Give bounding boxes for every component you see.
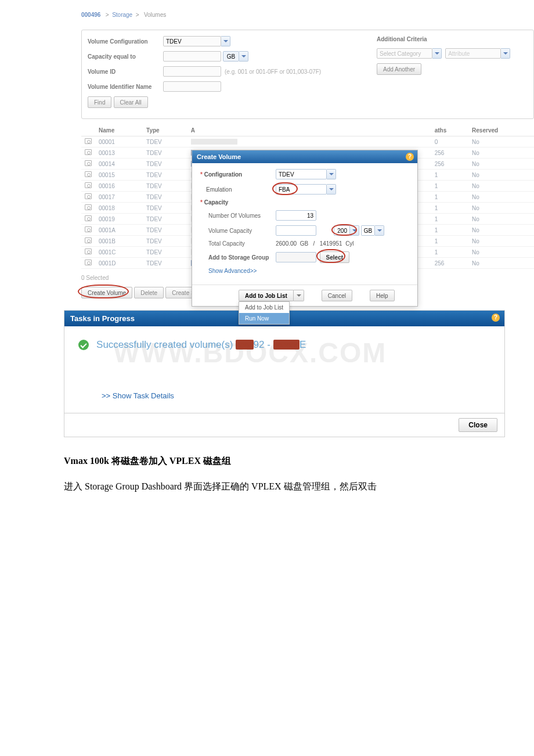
cell-reserved: No — [468, 214, 534, 225]
job-dropdown-toggle[interactable] — [294, 290, 304, 301]
cell-type: TDEV — [143, 258, 187, 269]
cell-paths: 256 — [431, 258, 468, 269]
breadcrumb-storage[interactable]: Storage — [112, 12, 132, 18]
cell-type: TDEV — [143, 147, 187, 159]
cell-name: 0001C — [95, 247, 143, 258]
breadcrumb: 000496 > Storage > Volumes — [81, 12, 534, 18]
cell-type: TDEV — [143, 225, 187, 236]
delete-button[interactable]: Delete — [134, 287, 164, 298]
disk-icon — [85, 249, 92, 254]
cell-name: 00018 — [95, 203, 143, 214]
col-paths[interactable]: aths — [431, 125, 468, 136]
vol-capacity-unit[interactable] — [361, 225, 375, 236]
cell-name: 00015 — [95, 170, 143, 181]
cell-reserved: No — [468, 136, 534, 147]
chevron-down-icon[interactable] — [221, 36, 230, 46]
vol-id-input[interactable] — [163, 66, 221, 77]
vol-capacity-input[interactable] — [276, 225, 316, 236]
add-another-button[interactable]: Add Another — [377, 63, 421, 75]
disk-icon — [85, 149, 92, 155]
disk-icon — [85, 171, 92, 177]
cell-type: TDEV — [143, 236, 187, 247]
col-reserved[interactable]: Reserved — [468, 125, 534, 136]
vol-id-label: Volume ID — [88, 69, 163, 75]
help-button[interactable]: Help — [370, 290, 395, 301]
cell-reserved: No — [468, 147, 534, 159]
success-check-icon — [78, 340, 89, 350]
vol-id-hint: (e.g. 001 or 001-0FF or 001,003-07F) — [225, 69, 321, 75]
vin-input[interactable] — [163, 81, 221, 92]
storage-group-input[interactable] — [276, 252, 316, 262]
chevron-down-icon[interactable] — [327, 184, 336, 195]
close-button[interactable]: Close — [459, 418, 497, 432]
add-to-job-list-button[interactable]: Add to Job List — [239, 290, 294, 301]
help-icon[interactable]: ? — [492, 314, 500, 322]
table-row[interactable]: 00001TDEV0No — [81, 136, 534, 147]
chevron-down-icon[interactable] — [350, 225, 359, 236]
cell-reserved: No — [468, 170, 534, 181]
dd-run-now[interactable]: Run Now — [239, 313, 289, 324]
cell-reserved: No — [468, 236, 534, 247]
vol-capacity-value[interactable] — [334, 225, 350, 236]
disk-icon — [85, 237, 92, 243]
dd-add-to-job[interactable]: Add to Job List — [239, 302, 289, 313]
col-type[interactable]: Type — [143, 125, 187, 136]
cell-reserved: No — [468, 258, 534, 269]
cell-reserved: No — [468, 203, 534, 214]
cell-mid — [246, 136, 431, 147]
chevron-down-icon[interactable] — [239, 51, 248, 62]
breadcrumb-id[interactable]: 000496 — [81, 12, 100, 18]
additional-criteria: Additional Criteria Add Another — [377, 36, 522, 75]
total-capacity-value: 2600.00 GB / 1419951 Cyl — [276, 240, 354, 247]
cancel-button[interactable]: Cancel — [322, 290, 352, 301]
cell-reserved: No — [468, 159, 534, 170]
cell-paths: 1 — [431, 203, 468, 214]
col-name[interactable]: Name — [95, 125, 143, 136]
emulation-select[interactable] — [276, 184, 327, 195]
col-alloc[interactable]: A — [187, 125, 246, 136]
cell-reserved: No — [468, 181, 534, 192]
create-volume-dialog: Create Volume ? * Configuration Emulatio… — [192, 150, 418, 307]
dialog-title: Create Volume ? — [192, 150, 417, 163]
cell-name: 0001D — [95, 258, 143, 269]
cell-paths: 1 — [431, 170, 468, 181]
attribute-select[interactable] — [445, 48, 501, 59]
disk-icon — [85, 160, 92, 166]
cell-type: TDEV — [143, 170, 187, 181]
cell-paths: 1 — [431, 214, 468, 225]
help-icon[interactable]: ? — [406, 153, 414, 161]
create-volume-button[interactable]: Create Volume — [81, 287, 132, 298]
cell-name: 00001 — [95, 136, 143, 147]
vol-config-select[interactable] — [163, 36, 221, 46]
category-select[interactable] — [377, 48, 432, 59]
cell-paths: 1 — [431, 192, 468, 203]
capacity-unit-select[interactable] — [223, 51, 239, 62]
chevron-down-icon[interactable] — [327, 169, 336, 179]
cell-name: 0001A — [95, 225, 143, 236]
cell-paths: 1 — [431, 247, 468, 258]
breadcrumb-volumes: Volumes — [144, 12, 166, 18]
capacity-input[interactable] — [163, 51, 221, 62]
show-task-details-link[interactable]: >> Show Task Details — [102, 391, 490, 400]
find-button[interactable]: Find — [88, 96, 111, 108]
chevron-down-icon[interactable] — [375, 225, 384, 236]
filter-panel: Volume Configuration Capacity equal to V… — [81, 30, 534, 119]
cell-reserved: No — [468, 192, 534, 203]
vol-config-label: Volume Configuration — [88, 38, 163, 45]
cell-type: TDEV — [143, 181, 187, 192]
cell-paths: 1 — [431, 225, 468, 236]
num-volumes-input[interactable] — [276, 210, 316, 221]
clear-all-button[interactable]: Clear All — [114, 96, 148, 108]
chevron-down-icon[interactable] — [432, 48, 442, 59]
vin-label: Volume Identifier Name — [88, 84, 163, 90]
disk-icon — [85, 215, 92, 221]
document-text: Vmax 100k 将磁盘卷加入 VPLEX 磁盘组 进入 Storage Gr… — [64, 452, 505, 496]
cell-alloc — [187, 136, 246, 147]
config-label: Configuration — [204, 171, 243, 178]
show-advanced-link[interactable]: Show Advanced>> — [200, 268, 257, 274]
select-sg-button[interactable]: Select — [320, 251, 349, 263]
chevron-down-icon[interactable] — [501, 48, 510, 59]
config-select[interactable] — [276, 169, 327, 179]
disk-icon — [85, 182, 92, 188]
cell-type: TDEV — [143, 247, 187, 258]
